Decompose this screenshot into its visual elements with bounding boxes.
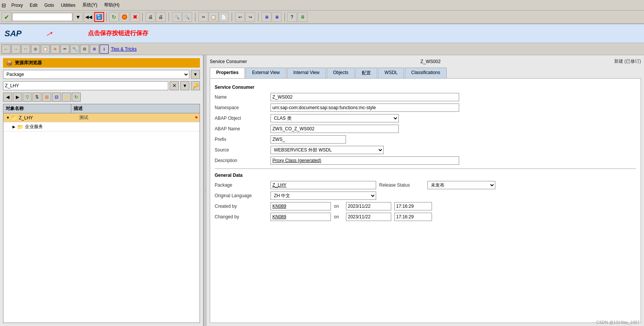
original-language-select[interactable]: ZH 中文 — [271, 192, 376, 200]
action-refresh-btn[interactable]: ↻ — [72, 93, 81, 102]
print2-button[interactable]: 🖨 — [156, 12, 166, 22]
package-input[interactable] — [271, 181, 376, 189]
form-header: Service Consumer Z_WS002 新建 (已修订) — [210, 58, 641, 65]
changed-by-label: Changed by — [215, 214, 267, 219]
section-divider — [215, 168, 636, 169]
stop-icon — [121, 14, 128, 20]
child-folder-icon: 📁 — [17, 124, 23, 130]
tab-bar: Properties External View Internal View O… — [210, 68, 641, 78]
resize-handle[interactable]: · · · · · — [204, 55, 207, 326]
name-input[interactable] — [271, 93, 459, 101]
source-label: Source — [215, 147, 267, 153]
menu-goto[interactable]: Goto — [41, 2, 57, 9]
tree-row-zlhy[interactable]: ▼ 📁 Z_LHY 测试 ⚑ — [3, 113, 200, 122]
sidebar-table-header: 对象名称 描述 — [3, 104, 200, 113]
changed-by-input[interactable] — [271, 213, 331, 221]
tree-item-child-name: 企业服务 — [25, 124, 85, 130]
search-input[interactable] — [3, 81, 168, 90]
nav-back-button[interactable]: ← — [2, 45, 11, 54]
select-dropdown-button[interactable]: ▼ — [191, 70, 200, 79]
copy-button[interactable]: 📋 — [209, 12, 218, 22]
release-status-label: Release Status — [379, 182, 424, 188]
field-row-created: Created by on — [215, 202, 636, 210]
annotation-arrow: → — [42, 26, 57, 42]
release-status-select[interactable]: 未发布 — [427, 181, 495, 189]
expand-icon[interactable]: ▼ — [5, 116, 11, 120]
command-input[interactable] — [12, 13, 72, 21]
tab-configuration[interactable]: 配置 — [355, 68, 377, 78]
print-button[interactable]: 🖨 — [146, 12, 155, 22]
action-sort-btn[interactable]: ⇅ — [32, 93, 41, 102]
package-select[interactable]: Package — [3, 70, 189, 79]
description-input[interactable] — [271, 156, 459, 165]
menu-help[interactable]: 帮助(H) — [101, 1, 123, 9]
find-next-button[interactable]: 🔍 — [182, 12, 192, 22]
edit-button[interactable]: ✏ — [60, 45, 69, 54]
tab-internal-view[interactable]: Internal View — [287, 68, 326, 78]
tab-objects[interactable]: Objects — [327, 68, 355, 78]
check-button[interactable]: ✔ — [2, 12, 11, 22]
created-by-input[interactable] — [271, 202, 331, 210]
layout-button[interactable]: ⊟ — [80, 45, 89, 54]
back-button[interactable]: ◀◀ — [84, 12, 94, 22]
namespace-input[interactable] — [271, 104, 459, 112]
window2-button[interactable]: 🖥 — [272, 12, 281, 22]
name-label: Name — [215, 94, 267, 100]
svg-rect-3 — [98, 17, 101, 19]
action-expand-btn[interactable]: ⊟ — [52, 93, 61, 102]
undo-button[interactable]: ↩ — [235, 12, 245, 22]
menu-proxy[interactable]: Proxy — [8, 2, 26, 9]
tab-wsdl[interactable]: WSDL — [378, 68, 404, 78]
tab-external-view[interactable]: External View — [246, 68, 286, 78]
help-button[interactable]: ? — [287, 12, 297, 22]
search-clear-button[interactable]: ✕ — [170, 81, 179, 90]
abap-object-select[interactable]: CLAS 类 — [271, 114, 399, 122]
sap-logo: SAP — [5, 29, 22, 39]
tree-button[interactable]: ⊞ — [90, 45, 99, 54]
form-status: 新建 (已修订) — [614, 58, 641, 65]
paste-button[interactable]: 📄 — [219, 12, 229, 22]
changed-time-input — [394, 213, 432, 221]
menu-system[interactable]: 系统(Y) — [79, 1, 100, 9]
source-select[interactable]: WEBSERVICES 外部 WSDL — [271, 146, 384, 154]
action-filter-btn[interactable]: ▽ — [23, 93, 32, 102]
redo-button[interactable]: ↪ — [245, 12, 255, 22]
prefix-label: Prefix — [215, 137, 267, 142]
stop-button[interactable] — [120, 12, 129, 22]
nav-history-button[interactable]: ⊕ — [31, 45, 40, 54]
save-button[interactable] — [94, 12, 104, 22]
menu-edit[interactable]: Edit — [27, 2, 41, 9]
copy-path-button[interactable]: 📋 — [41, 45, 50, 54]
action-back-btn[interactable]: ◀ — [3, 93, 12, 102]
search-options-button[interactable]: 🔑 — [191, 81, 200, 90]
settings-button[interactable]: 🔧 — [70, 45, 79, 54]
refresh-button[interactable]: ↻ — [109, 12, 119, 22]
action-star-btn[interactable]: ★ — [62, 93, 71, 102]
window1-button[interactable]: 🖥 — [261, 12, 271, 22]
abap-name-input[interactable] — [271, 125, 399, 133]
cut-button[interactable]: ✂ — [198, 12, 208, 22]
dropdown-arrow-button[interactable]: ▼ — [73, 12, 83, 22]
cancel-button[interactable]: ✖ — [130, 12, 140, 22]
monitor-button[interactable]: 🖥 — [298, 12, 307, 22]
modified-indicator: ⚑ — [195, 116, 198, 120]
section-service-consumer-title: Service Consumer — [215, 85, 636, 90]
field-row-original-language: Original Language ZH 中文 — [215, 192, 636, 200]
nav-up-button[interactable]: ↑↑ — [21, 45, 30, 54]
child-expand-icon[interactable]: ▶ — [11, 125, 17, 129]
tree-row-enterprise-services[interactable]: ▶ 📁 企业服务 — [3, 122, 200, 131]
menu-bar: ⊟ Proxy Edit Goto Utilities 系统(Y) 帮助(H) — [0, 0, 644, 11]
search-dropdown-button[interactable]: ▼ — [180, 81, 189, 90]
create-button[interactable]: ⊕ — [51, 45, 60, 54]
find-button[interactable]: 🔍 — [172, 12, 182, 22]
prefix-input[interactable] — [271, 135, 346, 144]
info-button[interactable]: i — [100, 45, 109, 54]
action-forward-btn[interactable]: ▶ — [13, 93, 22, 102]
action-group-btn[interactable]: ⊞ — [42, 93, 51, 102]
menu-utilities[interactable]: Utilities — [58, 2, 78, 9]
nav-forward-button[interactable]: → — [11, 45, 20, 54]
field-row-abap-object: ABAP Object CLAS 类 — [215, 114, 636, 122]
tab-classifications[interactable]: Classifications — [405, 68, 447, 78]
tab-properties[interactable]: Properties — [210, 68, 245, 78]
tips-tricks-link[interactable]: Tips & Tricks — [111, 46, 137, 52]
